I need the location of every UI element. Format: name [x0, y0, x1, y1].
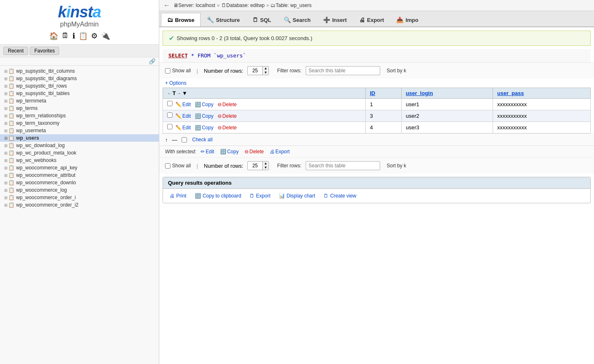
expand-icon[interactable]: ⊞ — [4, 91, 7, 96]
breadcrumb-server[interactable]: Server: localhost — [178, 2, 215, 8]
sidebar-item-wp-supsystic-tbl-rows[interactable]: ⊞📋wp_supsystic_tbl_rows — [0, 82, 159, 90]
expand-icon[interactable]: ⊞ — [4, 181, 7, 185]
col-right-icon[interactable]: → — [177, 91, 181, 96]
expand-icon[interactable]: ⊞ — [4, 121, 7, 126]
sidebar-item-wp-wc-download-log[interactable]: ⊞📋wp_wc_download_log — [0, 142, 159, 149]
bulk-delete-button[interactable]: ⊖ Delete — [243, 148, 265, 155]
expand-icon[interactable]: ⊞ — [4, 166, 7, 170]
th-id[interactable]: ID — [366, 88, 402, 99]
sidebar-item-wp-supsystic-tbl-columns[interactable]: ⊞📋wp_supsystic_tbl_columns — [0, 67, 159, 75]
calendar-icon[interactable]: 🗓 — [62, 31, 69, 40]
plugin-icon[interactable]: 🔌 — [101, 31, 110, 40]
sidebar-item-wp-terms[interactable]: ⊞📋wp_terms — [0, 105, 159, 112]
qr-action-export[interactable]: 🗒Export — [248, 192, 272, 200]
expand-icon[interactable]: ⊞ — [4, 99, 7, 103]
tab-structure[interactable]: 🔧 Structure — [201, 13, 246, 26]
rows-up-top[interactable]: ▲ — [263, 67, 268, 71]
sidebar-item-wp-woocommerce-order-i[interactable]: ⊞📋wp_woocommerce_order_i — [0, 194, 159, 201]
qr-action-copy-to-clipboard[interactable]: 🔢Copy to clipboard — [193, 192, 243, 200]
show-all-checkbox-top[interactable] — [165, 68, 170, 74]
bulk-edit-button[interactable]: ✏ Edit — [199, 148, 216, 155]
copy-button-1[interactable]: 🔢 Copy — [194, 113, 215, 119]
expand-icon[interactable]: ⊞ — [4, 151, 7, 155]
sidebar-item-wp-term-relationships[interactable]: ⊞📋wp_term_relationships — [0, 112, 159, 119]
expand-icon[interactable]: ⊞ — [4, 128, 7, 133]
filter-input-top[interactable] — [306, 66, 380, 75]
rows-input-top[interactable] — [248, 67, 262, 74]
rows-up-bottom[interactable]: ▲ — [263, 162, 268, 166]
sidebar-item-wp-usermeta[interactable]: ⊞📋wp_usermeta — [0, 127, 159, 134]
sql-keyword[interactable]: SELECT — [168, 52, 188, 59]
rows-down-bottom[interactable]: ▼ — [263, 166, 268, 170]
filter-input-bottom[interactable] — [306, 161, 380, 170]
sidebar-item-wp-termmeta[interactable]: ⊞📋wp_termmeta — [0, 97, 159, 105]
expand-icon[interactable]: ⊞ — [4, 173, 7, 178]
row-checkbox-1[interactable] — [167, 112, 172, 118]
expand-icon[interactable]: ⊞ — [4, 143, 7, 148]
home-icon[interactable]: 🏠 — [49, 31, 58, 40]
expand-icon[interactable]: ⊞ — [4, 69, 7, 74]
recent-button[interactable]: Recent — [3, 47, 28, 55]
qr-action-display-chart[interactable]: 📊Display chart — [277, 192, 317, 200]
expand-icon[interactable]: ⊞ — [4, 76, 7, 81]
delete-button-2[interactable]: ⊖ Delete — [216, 124, 238, 131]
th-user-login[interactable]: user_login — [401, 88, 493, 99]
info-icon[interactable]: ℹ — [72, 31, 75, 40]
sidebar-item-wp-wc-product-meta-look[interactable]: ⊞📋wp_wc_product_meta_look — [0, 149, 159, 157]
expand-icon[interactable]: ⊞ — [4, 188, 7, 193]
tab-import[interactable]: 📥 Impo — [390, 13, 424, 26]
tab-sql[interactable]: 🗒 SQL — [246, 13, 278, 26]
tab-export[interactable]: 🖨 Export — [353, 13, 390, 26]
expand-icon[interactable]: ⊞ — [4, 84, 7, 88]
rows-down-top[interactable]: ▼ — [263, 71, 268, 75]
edit-button-2[interactable]: ✏️ Edit — [174, 124, 192, 131]
check-all-button[interactable]: Check all — [191, 136, 214, 143]
copy-button-2[interactable]: 🔢 Copy — [194, 124, 215, 131]
row-checkbox-0[interactable] — [167, 101, 172, 106]
chain-icon[interactable]: 🔗 — [149, 58, 156, 64]
expand-icon[interactable]: ⊞ — [4, 106, 7, 111]
tab-browse[interactable]: 🗂 Browse — [161, 13, 201, 26]
expand-icon[interactable]: ⊞ — [4, 203, 7, 207]
bulk-export-button[interactable]: 🖨 Export — [268, 148, 291, 155]
gear-icon[interactable]: ⚙ — [91, 31, 98, 40]
delete-button-0[interactable]: ⊖ Delete — [216, 101, 238, 108]
sidebar-item-wp-woocommerce-log[interactable]: ⊞📋wp_woocommerce_log — [0, 186, 159, 194]
col-left-icon[interactable]: ← — [167, 91, 172, 96]
edit-button-0[interactable]: ✏️ Edit — [174, 101, 192, 108]
delete-button-1[interactable]: ⊖ Delete — [216, 113, 238, 119]
clipboard-icon[interactable]: 📋 — [79, 31, 88, 40]
sidebar-item-wp-users[interactable]: ⊞📋wp_users — [0, 134, 159, 142]
sidebar-item-wp-supsystic-tbl-tables[interactable]: ⊞📋wp_supsystic_tbl_tables — [0, 90, 159, 97]
qr-action-create-view[interactable]: 🗒Create view — [322, 192, 358, 200]
sidebar-item-wp-woocommerce-api-key[interactable]: ⊞📋wp_woocommerce_api_key — [0, 164, 159, 171]
expand-icon[interactable]: ⊞ — [4, 136, 7, 140]
tab-search[interactable]: 🔍 Search — [278, 13, 317, 26]
sidebar-item-wp-wc-webhooks[interactable]: ⊞📋wp_wc_webhooks — [0, 157, 159, 164]
qr-action-print[interactable]: 🖨Print — [168, 192, 188, 200]
th-user-pass[interactable]: user_pass — [493, 88, 591, 99]
row-checkbox-2[interactable] — [167, 124, 172, 129]
copy-button-0[interactable]: 🔢 Copy — [194, 101, 215, 108]
sidebar-item-wp-woocommerce-downlo[interactable]: ⊞📋wp_woocommerce_downlo — [0, 179, 159, 186]
back-button[interactable]: ← — [163, 2, 170, 9]
options-link[interactable]: + Options — [159, 79, 594, 88]
expand-icon[interactable]: ⊞ — [4, 195, 7, 200]
sidebar-item-wp-supsystic-tbl-diagrams[interactable]: ⊞📋wp_supsystic_tbl_diagrams — [0, 75, 159, 82]
sidebar-item-wp-woocommerce-attribut[interactable]: ⊞📋wp_woocommerce_attribut — [0, 171, 159, 179]
back-to-top-icon[interactable]: ↑ — [165, 137, 168, 143]
sidebar-item-wp-term-taxonomy[interactable]: ⊞📋wp_term_taxonomy — [0, 119, 159, 127]
breadcrumb-table[interactable]: Table: wp_users — [275, 2, 311, 8]
col-filter-icon[interactable]: ▼ — [182, 90, 187, 96]
edit-button-1[interactable]: ✏️ Edit — [174, 113, 192, 119]
tab-insert[interactable]: ➕ Insert — [317, 13, 353, 26]
bulk-copy-button[interactable]: 🔢 Copy — [219, 148, 240, 155]
check-all-checkbox[interactable] — [182, 137, 187, 143]
favorites-button[interactable]: Favorites — [30, 47, 59, 55]
show-all-checkbox-bottom[interactable] — [165, 163, 170, 169]
rows-input-bottom[interactable] — [248, 162, 262, 169]
expand-icon[interactable]: ⊞ — [4, 158, 7, 163]
breadcrumb-db[interactable]: Database: editwp — [226, 2, 265, 8]
sidebar-item-wp-woocommerce-order-i2[interactable]: ⊞📋wp_woocommerce_order_i2 — [0, 201, 159, 209]
expand-icon[interactable]: ⊞ — [4, 114, 7, 118]
